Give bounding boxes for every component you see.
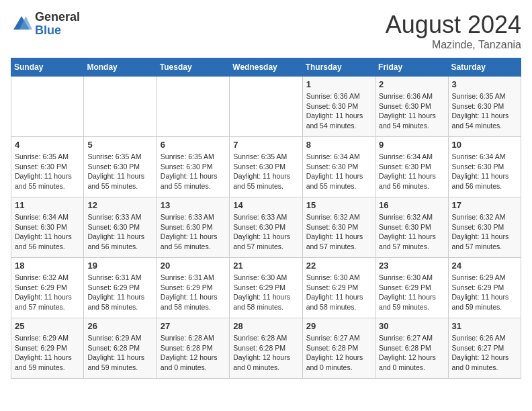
day-number: 19 xyxy=(87,261,152,271)
day-info: Sunrise: 6:33 AMSunset: 6:30 PMDaylight:… xyxy=(161,212,226,252)
day-number: 11 xyxy=(15,200,80,210)
day-info: Sunrise: 6:31 AMSunset: 6:29 PMDaylight:… xyxy=(87,273,152,312)
day-info: Sunrise: 6:35 AMSunset: 6:30 PMDaylight:… xyxy=(233,152,298,191)
day-number: 1 xyxy=(306,79,371,89)
calendar-header-row: SundayMondayTuesdayWednesdayThursdayFrid… xyxy=(11,58,521,77)
calendar-week-3: 11Sunrise: 6:34 AMSunset: 6:30 PMDayligh… xyxy=(11,197,521,258)
day-number: 17 xyxy=(452,200,517,210)
day-info: Sunrise: 6:30 AMSunset: 6:29 PMDaylight:… xyxy=(233,273,298,312)
calendar-cell: 11Sunrise: 6:34 AMSunset: 6:30 PMDayligh… xyxy=(11,197,84,258)
calendar-cell xyxy=(11,77,84,137)
day-number: 30 xyxy=(379,321,444,331)
day-number: 9 xyxy=(379,140,444,150)
location: Mazinde, Tanzania xyxy=(386,39,521,51)
calendar-cell: 6Sunrise: 6:35 AMSunset: 6:30 PMDaylight… xyxy=(157,137,229,197)
header-thursday: Thursday xyxy=(302,58,375,77)
calendar-week-2: 4Sunrise: 6:35 AMSunset: 6:30 PMDaylight… xyxy=(11,137,521,197)
day-info: Sunrise: 6:33 AMSunset: 6:30 PMDaylight:… xyxy=(233,212,298,252)
day-info: Sunrise: 6:27 AMSunset: 6:28 PMDaylight:… xyxy=(379,333,444,373)
day-info: Sunrise: 6:35 AMSunset: 6:30 PMDaylight:… xyxy=(161,152,226,191)
calendar-week-1: 1Sunrise: 6:36 AMSunset: 6:30 PMDaylight… xyxy=(11,77,521,137)
month-year: August 2024 xyxy=(386,11,521,39)
calendar-cell: 30Sunrise: 6:27 AMSunset: 6:28 PMDayligh… xyxy=(375,318,448,379)
calendar-cell: 9Sunrise: 6:34 AMSunset: 6:30 PMDaylight… xyxy=(375,137,448,197)
day-number: 29 xyxy=(306,321,371,331)
day-info: Sunrise: 6:33 AMSunset: 6:30 PMDaylight:… xyxy=(87,212,152,252)
logo: General Blue xyxy=(11,11,80,38)
day-number: 20 xyxy=(161,261,226,271)
calendar-cell: 18Sunrise: 6:32 AMSunset: 6:29 PMDayligh… xyxy=(11,258,84,318)
calendar-cell xyxy=(230,77,302,137)
day-number: 7 xyxy=(233,140,298,150)
day-number: 5 xyxy=(87,140,152,150)
header-tuesday: Tuesday xyxy=(157,58,229,77)
day-info: Sunrise: 6:35 AMSunset: 6:30 PMDaylight:… xyxy=(87,152,152,191)
calendar-cell: 14Sunrise: 6:33 AMSunset: 6:30 PMDayligh… xyxy=(230,197,302,258)
calendar-cell: 5Sunrise: 6:35 AMSunset: 6:30 PMDaylight… xyxy=(84,137,157,197)
day-info: Sunrise: 6:26 AMSunset: 6:27 PMDaylight:… xyxy=(452,333,517,373)
logo-blue: Blue xyxy=(35,24,80,38)
calendar-cell: 8Sunrise: 6:34 AMSunset: 6:30 PMDaylight… xyxy=(302,137,375,197)
day-info: Sunrise: 6:27 AMSunset: 6:28 PMDaylight:… xyxy=(306,333,371,373)
header-saturday: Saturday xyxy=(448,58,521,77)
day-info: Sunrise: 6:28 AMSunset: 6:28 PMDaylight:… xyxy=(161,333,226,373)
day-number: 10 xyxy=(452,140,517,150)
day-info: Sunrise: 6:36 AMSunset: 6:30 PMDaylight:… xyxy=(379,91,444,131)
calendar-cell: 26Sunrise: 6:29 AMSunset: 6:28 PMDayligh… xyxy=(84,318,157,379)
day-number: 3 xyxy=(452,79,517,89)
header-monday: Monday xyxy=(84,58,157,77)
calendar-cell: 29Sunrise: 6:27 AMSunset: 6:28 PMDayligh… xyxy=(302,318,375,379)
calendar-cell: 16Sunrise: 6:32 AMSunset: 6:30 PMDayligh… xyxy=(375,197,448,258)
day-number: 31 xyxy=(452,321,517,331)
header-wednesday: Wednesday xyxy=(230,58,302,77)
calendar-cell: 19Sunrise: 6:31 AMSunset: 6:29 PMDayligh… xyxy=(84,258,157,318)
calendar-cell xyxy=(84,77,157,137)
calendar-cell: 21Sunrise: 6:30 AMSunset: 6:29 PMDayligh… xyxy=(230,258,302,318)
day-number: 16 xyxy=(379,200,444,210)
day-info: Sunrise: 6:34 AMSunset: 6:30 PMDaylight:… xyxy=(306,152,371,191)
day-info: Sunrise: 6:30 AMSunset: 6:29 PMDaylight:… xyxy=(379,273,444,312)
day-number: 26 xyxy=(87,321,152,331)
page-header: General Blue August 2024 Mazinde, Tanzan… xyxy=(11,11,521,51)
day-number: 4 xyxy=(15,140,80,150)
logo-icon xyxy=(11,13,32,35)
day-number: 22 xyxy=(306,261,371,271)
day-info: Sunrise: 6:36 AMSunset: 6:30 PMDaylight:… xyxy=(306,91,371,131)
day-info: Sunrise: 6:28 AMSunset: 6:28 PMDaylight:… xyxy=(233,333,298,373)
header-friday: Friday xyxy=(375,58,448,77)
logo-general: General xyxy=(35,11,80,24)
calendar-cell: 27Sunrise: 6:28 AMSunset: 6:28 PMDayligh… xyxy=(157,318,229,379)
calendar-cell: 31Sunrise: 6:26 AMSunset: 6:27 PMDayligh… xyxy=(448,318,521,379)
day-number: 27 xyxy=(161,321,226,331)
calendar-cell: 28Sunrise: 6:28 AMSunset: 6:28 PMDayligh… xyxy=(230,318,302,379)
day-info: Sunrise: 6:34 AMSunset: 6:30 PMDaylight:… xyxy=(379,152,444,191)
calendar-cell: 17Sunrise: 6:32 AMSunset: 6:30 PMDayligh… xyxy=(448,197,521,258)
calendar-cell: 24Sunrise: 6:29 AMSunset: 6:29 PMDayligh… xyxy=(448,258,521,318)
header-sunday: Sunday xyxy=(11,58,84,77)
day-number: 23 xyxy=(379,261,444,271)
logo-text: General Blue xyxy=(35,11,80,38)
calendar-cell: 12Sunrise: 6:33 AMSunset: 6:30 PMDayligh… xyxy=(84,197,157,258)
day-info: Sunrise: 6:29 AMSunset: 6:28 PMDaylight:… xyxy=(87,333,152,373)
day-number: 2 xyxy=(379,79,444,89)
calendar-cell: 10Sunrise: 6:34 AMSunset: 6:30 PMDayligh… xyxy=(448,137,521,197)
day-number: 12 xyxy=(87,200,152,210)
calendar-table: SundayMondayTuesdayWednesdayThursdayFrid… xyxy=(11,58,521,379)
day-info: Sunrise: 6:29 AMSunset: 6:29 PMDaylight:… xyxy=(15,333,80,373)
calendar-week-5: 25Sunrise: 6:29 AMSunset: 6:29 PMDayligh… xyxy=(11,318,521,379)
calendar-cell: 4Sunrise: 6:35 AMSunset: 6:30 PMDaylight… xyxy=(11,137,84,197)
calendar-cell: 3Sunrise: 6:35 AMSunset: 6:30 PMDaylight… xyxy=(448,77,521,137)
day-info: Sunrise: 6:34 AMSunset: 6:30 PMDaylight:… xyxy=(452,152,517,191)
calendar-cell: 22Sunrise: 6:30 AMSunset: 6:29 PMDayligh… xyxy=(302,258,375,318)
calendar-cell: 7Sunrise: 6:35 AMSunset: 6:30 PMDaylight… xyxy=(230,137,302,197)
day-info: Sunrise: 6:35 AMSunset: 6:30 PMDaylight:… xyxy=(15,152,80,191)
day-number: 8 xyxy=(306,140,371,150)
day-info: Sunrise: 6:30 AMSunset: 6:29 PMDaylight:… xyxy=(306,273,371,312)
calendar-cell: 13Sunrise: 6:33 AMSunset: 6:30 PMDayligh… xyxy=(157,197,229,258)
day-info: Sunrise: 6:32 AMSunset: 6:30 PMDaylight:… xyxy=(379,212,444,252)
calendar-week-4: 18Sunrise: 6:32 AMSunset: 6:29 PMDayligh… xyxy=(11,258,521,318)
calendar-cell: 23Sunrise: 6:30 AMSunset: 6:29 PMDayligh… xyxy=(375,258,448,318)
day-number: 13 xyxy=(161,200,226,210)
day-info: Sunrise: 6:34 AMSunset: 6:30 PMDaylight:… xyxy=(15,212,80,252)
calendar-cell: 25Sunrise: 6:29 AMSunset: 6:29 PMDayligh… xyxy=(11,318,84,379)
